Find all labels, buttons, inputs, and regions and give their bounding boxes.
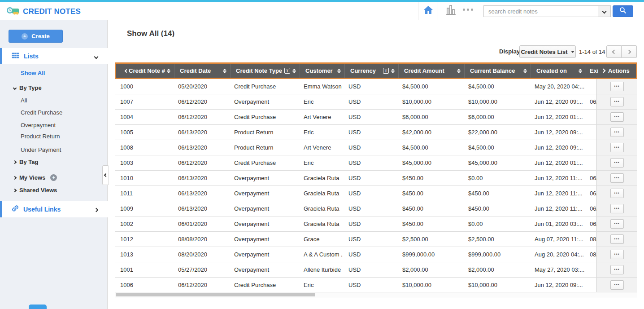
row-actions-button[interactable]: ••• (610, 189, 624, 198)
row-actions-button[interactable]: ••• (610, 143, 624, 152)
column-header-actions[interactable]: Actions (598, 64, 636, 78)
sidebar-group-shared-views[interactable]: Shared Views (13, 187, 57, 194)
sort-icon[interactable] (337, 69, 341, 73)
cell-credit-note-type: Overpayment (229, 94, 298, 109)
table-row[interactable]: 100105/27/2020OverpaymentAllene Iturbide… (115, 262, 637, 278)
sidebar-item-useful-links[interactable]: Useful Links (0, 201, 108, 217)
row-actions-button[interactable]: ••• (610, 280, 624, 290)
cell-created-on: Aug 20, 2020 04:... (529, 247, 584, 262)
table-row[interactable]: 101006/13/2020OverpaymentGraciela RutaUS… (115, 171, 637, 186)
column-header-credit-note[interactable]: Credit Note # (116, 64, 174, 78)
sort-icon[interactable] (579, 69, 582, 73)
column-header-customer[interactable]: Customer (300, 64, 344, 78)
chevron-left-icon (104, 173, 107, 177)
row-actions-button[interactable]: ••• (610, 219, 624, 229)
sidebar-item-overpayment[interactable]: Overpayment (21, 122, 56, 128)
filter-icon[interactable]: T (284, 68, 290, 74)
table-row[interactable]: 101208/08/2020OverpaymentGraceUSD$2,500.… (115, 232, 637, 247)
table-row[interactable]: 101308/20/2020OverpaymentA & A Custom ..… (115, 247, 637, 262)
cell-created-on: May 27, 2020 03:... (529, 262, 584, 277)
column-header-current-balance[interactable]: Current Balance (464, 64, 531, 78)
column-header-credit-note-type[interactable]: Credit Note TypeT (230, 64, 300, 78)
sidebar-item-show-all[interactable]: Show All (21, 70, 45, 76)
table-row[interactable]: 100706/12/2020OverpaymentEricUSD$10,000.… (115, 94, 637, 110)
cell-current-balance: $2,500.00 (463, 232, 529, 247)
column-header-currency[interactable]: CurrencyT (344, 64, 398, 78)
column-header-credit-amount[interactable]: Credit Amount (398, 64, 464, 78)
cell-customer: Graciela Ruta (298, 186, 343, 201)
cell-credit-note: 1007 (115, 94, 173, 109)
column-header-created-on[interactable]: Created on (531, 64, 586, 78)
top-bar: CREDIT NOTES (0, 0, 644, 20)
cell-currency: USD (343, 216, 397, 231)
filter-icon[interactable]: T (383, 68, 389, 74)
table-row[interactable]: 100506/13/2020Product ReturnEricUSD$42,0… (115, 125, 637, 140)
sort-icon[interactable] (523, 69, 527, 73)
create-button[interactable]: + Create (9, 30, 63, 43)
cell-exis: 08/2 (584, 247, 596, 262)
sort-icon[interactable] (292, 69, 296, 73)
cell-credit-date: 06/13/2020 (173, 201, 229, 216)
row-actions-button[interactable]: ••• (610, 97, 624, 106)
sidebar-group-my-views[interactable]: My Views + (13, 174, 57, 181)
row-actions-button[interactable]: ••• (610, 250, 624, 259)
table-row[interactable]: 100806/13/2020Product ReturnArt VenereUS… (115, 140, 637, 155)
table-row[interactable]: 100005/20/2020Credit PurchaseEmma Watson… (115, 79, 637, 94)
table-row[interactable]: 101106/13/2020OverpaymentGraciela RutaUS… (115, 186, 637, 201)
sort-icon[interactable] (391, 69, 395, 73)
home-button[interactable] (418, 2, 438, 20)
search-input[interactable] (483, 5, 598, 17)
sidebar-collapse-handle[interactable] (102, 165, 109, 185)
horizontal-scrollbar[interactable] (115, 292, 637, 297)
sort-icon[interactable] (223, 69, 226, 73)
column-header-credit-date[interactable]: Credit Date (174, 64, 230, 78)
previous-page-button[interactable] (606, 45, 622, 58)
row-actions-button[interactable]: ••• (610, 204, 624, 213)
row-actions-button[interactable]: ••• (610, 173, 624, 183)
sidebar-group-by-type[interactable]: By Type (13, 84, 42, 91)
cell-credit-note: 1013 (115, 247, 173, 262)
display-view-dropdown[interactable]: Credit Notes List (519, 45, 576, 58)
search-scope-dropdown[interactable] (598, 5, 611, 17)
chevron-right-icon (13, 160, 17, 163)
more-options-button[interactable] (463, 9, 473, 11)
ellipsis-icon: ••• (614, 237, 619, 241)
reports-button[interactable] (444, 5, 458, 17)
cell-credit-note: 1011 (115, 186, 173, 201)
sidebar-item-credit-purchase[interactable]: Credit Purchase (21, 109, 62, 116)
table-row[interactable]: 100306/12/2020Credit PurchaseEricUSD$45,… (115, 155, 637, 171)
cell-current-balance: $0.00 (463, 171, 529, 185)
table-row[interactable]: 100906/13/2020OverpaymentGraciela RutaUS… (115, 201, 637, 216)
ellipsis-icon: ••• (614, 191, 619, 195)
cell-current-balance: $45,000.00 (463, 155, 529, 170)
row-actions-button[interactable]: ••• (610, 82, 624, 91)
cell-credit-note: 1005 (115, 125, 173, 140)
row-actions-button[interactable]: ••• (610, 128, 624, 137)
sidebar-group-by-tag[interactable]: By Tag (13, 159, 38, 165)
search-button[interactable] (613, 5, 633, 17)
scroll-right-icon[interactable] (601, 69, 606, 73)
chevron-right-icon (13, 188, 17, 192)
row-actions-button[interactable]: ••• (610, 265, 624, 274)
add-view-button[interactable]: + (50, 174, 57, 181)
sidebar-item-product-return[interactable]: Product Return (21, 133, 60, 140)
next-page-button[interactable] (622, 45, 637, 58)
sidebar-item-lists[interactable]: Lists (0, 48, 108, 64)
cell-customer: Graciela Ruta (298, 171, 343, 185)
table-row[interactable]: 100606/12/2020Credit PurchaseEricUSD$10,… (115, 278, 637, 293)
column-header-exis[interactable]: Exis (586, 64, 598, 78)
scroll-left-icon[interactable] (125, 69, 128, 72)
sidebar-item-under-payment[interactable]: Under Payment (21, 146, 61, 153)
chevron-right-icon (627, 49, 631, 54)
sort-icon[interactable] (457, 69, 461, 73)
help-widget-partial[interactable] (29, 305, 47, 309)
row-actions-cell: ••• (596, 110, 637, 124)
row-actions-button[interactable]: ••• (610, 234, 624, 244)
table-row[interactable]: 100206/01/2020OverpaymentGraciela RutaUS… (115, 216, 637, 232)
row-actions-button[interactable]: ••• (610, 158, 624, 168)
sidebar-item-all[interactable]: All (21, 97, 27, 104)
horizontal-scrollbar-thumb[interactable] (116, 293, 315, 296)
table-row[interactable]: 100406/12/2020Credit PurchaseArt VenereU… (115, 110, 637, 125)
sort-icon[interactable] (167, 69, 170, 73)
row-actions-button[interactable]: ••• (610, 112, 624, 122)
